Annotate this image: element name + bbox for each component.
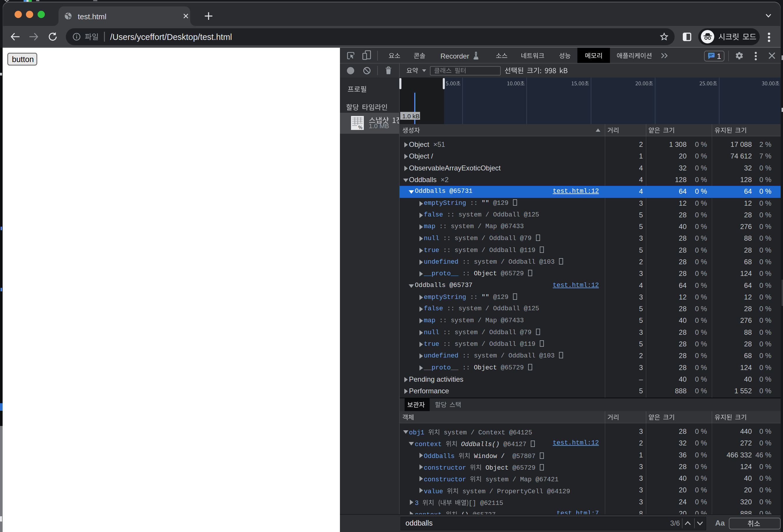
svg-text:%: % (358, 125, 363, 130)
